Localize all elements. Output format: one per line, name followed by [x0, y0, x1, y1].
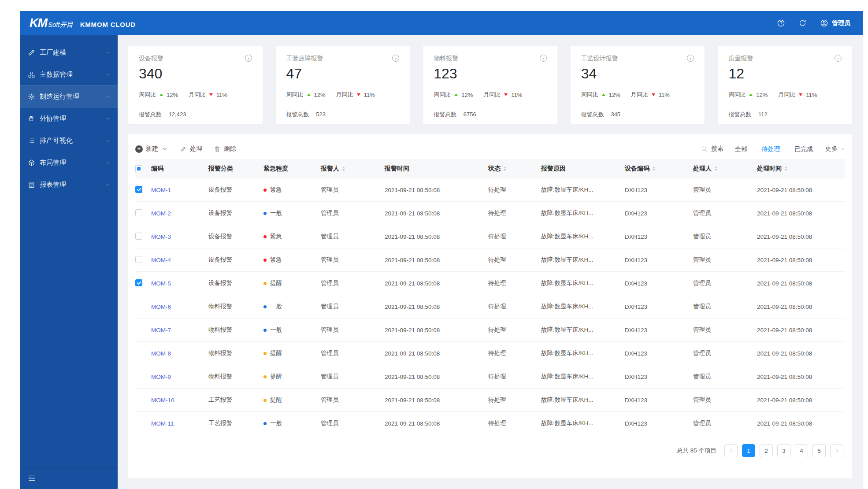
- column-header[interactable]: 设备编码: [625, 165, 693, 173]
- column-header-label: 状态: [488, 165, 501, 173]
- row-code-link[interactable]: MOM-11: [151, 420, 174, 427]
- column-header[interactable]: 紧急程度: [263, 165, 321, 173]
- info-icon[interactable]: i: [540, 55, 547, 62]
- search-button[interactable]: 搜索: [701, 145, 723, 153]
- urgency-label: 提醒: [270, 350, 282, 356]
- pencil-icon: [180, 145, 187, 152]
- urgency-dot-icon: [263, 189, 267, 192]
- search-label: 搜索: [711, 145, 723, 153]
- info-icon[interactable]: i: [245, 55, 252, 62]
- row-status: 待处理: [488, 303, 541, 311]
- info-icon[interactable]: i: [392, 55, 399, 62]
- sidebar-item[interactable]: 布局管理: [20, 152, 118, 174]
- sidebar-item-label: 制造运行管理: [40, 93, 79, 101]
- sidebar-item-icon: [28, 137, 35, 144]
- column-header[interactable]: 报警人: [321, 165, 385, 173]
- filter-tab[interactable]: 已完成: [794, 145, 813, 152]
- process-button[interactable]: 处理: [180, 145, 202, 153]
- row-code-link[interactable]: MOM-10: [151, 397, 174, 404]
- page-number-button[interactable]: 2: [760, 444, 773, 457]
- column-header[interactable]: 编码: [151, 165, 208, 173]
- column-header[interactable]: 报警分类: [208, 165, 263, 173]
- sidebar-item[interactable]: 排产可视化: [20, 130, 118, 152]
- row-code-link[interactable]: MOM-2: [151, 210, 171, 217]
- column-header-label: 报警人: [321, 165, 339, 173]
- card-total-label: 报警总数: [139, 111, 162, 118]
- month-trend-value: 11%: [659, 92, 670, 98]
- row-checkbox-cell: [135, 303, 151, 311]
- row-handler: 管理员: [693, 326, 757, 334]
- row-checkbox[interactable]: [135, 233, 142, 240]
- row-code-link[interactable]: MOM-3: [151, 233, 171, 240]
- row-checkbox[interactable]: [135, 256, 142, 263]
- row-code-cell: MOM-1: [151, 187, 208, 193]
- row-code-link[interactable]: MOM-6: [151, 304, 171, 310]
- top-header: KM Soft开目 KMMOM CLOUD 管理员: [20, 11, 863, 35]
- help-icon[interactable]: [777, 19, 785, 27]
- row-checkbox[interactable]: [135, 209, 142, 216]
- sort-icon[interactable]: [653, 167, 655, 171]
- page-number-button[interactable]: 1: [742, 444, 755, 457]
- row-checkbox[interactable]: [135, 279, 142, 286]
- urgency-dot-icon: [263, 259, 267, 262]
- sidebar-item[interactable]: 报表管理: [20, 174, 118, 196]
- sidebar-item[interactable]: 外协管理: [20, 107, 118, 130]
- column-header[interactable]: 处理时间: [757, 165, 845, 173]
- row-status: 待处理: [488, 279, 541, 287]
- more-button[interactable]: 更多: [825, 145, 845, 153]
- table-row: MOM-11 工艺报警 一般 管理员 2021-09-21 08:50:08 待…: [135, 412, 845, 435]
- row-status: 待处理: [488, 396, 541, 404]
- product-name: KMMOM CLOUD: [80, 21, 136, 28]
- toolbar-right: 搜索 全部 待处理 已完成 更多: [701, 145, 845, 153]
- sort-icon[interactable]: [342, 167, 345, 171]
- page-number-button[interactable]: 5: [812, 444, 826, 457]
- info-icon[interactable]: i: [835, 55, 842, 62]
- delete-button[interactable]: 删除: [214, 145, 236, 153]
- sidebar-item[interactable]: 制造运行管理: [20, 85, 118, 107]
- card-title: 工装故障报警: [286, 55, 323, 63]
- sidebar-item[interactable]: 工厂建模: [20, 41, 118, 63]
- month-trend-value: 11%: [216, 92, 227, 98]
- sidebar-item[interactable]: 主数据管理: [20, 63, 118, 85]
- select-all-checkbox[interactable]: [135, 165, 142, 172]
- next-page-button[interactable]: [830, 444, 843, 457]
- row-reason: 故障:数显车床/KH...: [541, 303, 625, 311]
- urgency-label: 一般: [270, 303, 282, 310]
- refresh-icon[interactable]: [798, 19, 807, 27]
- column-header-label: 报警原因: [541, 165, 566, 173]
- row-code-cell: MOM-11: [151, 420, 208, 427]
- column-header[interactable]: 处理人: [693, 165, 757, 173]
- info-icon[interactable]: i: [687, 55, 694, 62]
- row-checkbox[interactable]: [135, 186, 142, 193]
- filter-tab[interactable]: 待处理: [762, 145, 780, 152]
- row-urgency: 提醒: [263, 279, 321, 287]
- row-code-link[interactable]: MOM-4: [151, 257, 171, 263]
- sort-icon[interactable]: [504, 167, 506, 171]
- row-code-link[interactable]: MOM-8: [151, 350, 171, 357]
- row-code-link[interactable]: MOM-7: [151, 327, 171, 333]
- column-header[interactable]: 报警时间: [385, 165, 488, 173]
- header-actions: 管理员: [777, 19, 850, 27]
- sort-icon[interactable]: [715, 167, 717, 171]
- urgency-dot-icon: [263, 305, 267, 308]
- page-number-button[interactable]: 4: [795, 444, 808, 457]
- collapse-menu-icon[interactable]: [28, 474, 36, 482]
- user-menu[interactable]: 管理员: [820, 19, 850, 27]
- prev-page-button[interactable]: [724, 444, 738, 457]
- row-code-link[interactable]: MOM-9: [151, 374, 171, 380]
- row-code-link[interactable]: MOM-5: [151, 280, 171, 287]
- search-icon: [701, 145, 708, 152]
- sort-icon[interactable]: [785, 167, 787, 171]
- alarm-table-panel: + 新建 处理 删除: [128, 134, 852, 478]
- column-header[interactable]: 状态: [488, 165, 541, 173]
- column-header[interactable]: 报警原因: [541, 165, 625, 173]
- row-code-link[interactable]: MOM-1: [151, 187, 171, 193]
- row-alarm-time: 2021-09-21 08:50:08: [385, 304, 488, 310]
- page-number-button[interactable]: 3: [777, 444, 790, 457]
- row-urgency: 紧急: [263, 186, 321, 194]
- new-button[interactable]: + 新建: [135, 145, 168, 153]
- row-status: 待处理: [488, 326, 541, 334]
- chevron-down-icon: [105, 116, 111, 122]
- filter-tab[interactable]: 全部: [735, 145, 747, 152]
- row-category: 物料报警: [208, 373, 263, 381]
